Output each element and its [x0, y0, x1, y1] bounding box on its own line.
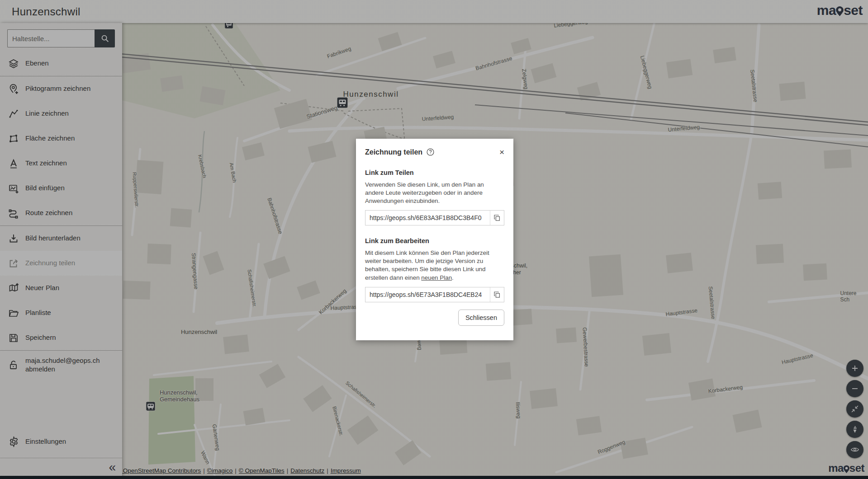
share-dialog: Zeichnung teilen × Link zum Teilen Verwe… — [356, 139, 513, 340]
close-icon[interactable]: × — [499, 148, 504, 156]
schliessen-button[interactable]: Schliessen — [458, 310, 504, 326]
share-link-row: https://geops.sh/6E83A3F1B8DC3B4F0 — [365, 210, 504, 225]
edit-link-row: https://geops.sh/6E73A3F1B8DC4EB24 — [365, 287, 504, 302]
copy-icon — [493, 214, 501, 221]
help-icon[interactable] — [426, 148, 435, 156]
edit-link-heading: Link zum Bearbeiten — [365, 237, 504, 244]
copy-icon — [493, 291, 501, 298]
neuen-plan-link[interactable]: neuen Plan — [421, 274, 452, 281]
dialog-title: Zeichnung teilen — [365, 148, 422, 156]
app-window: HunzenschwilFabrikwegBahnhofstrasseZelgw… — [0, 0, 868, 479]
edit-link-url[interactable]: https://geops.sh/6E73A3F1B8DC4EB24 — [365, 287, 490, 302]
share-link-description: Verwenden Sie diesen Link, um den Plan a… — [365, 181, 504, 205]
copy-edit-link-button[interactable] — [490, 287, 504, 302]
share-link-url[interactable]: https://geops.sh/6E83A3F1B8DC3B4F0 — [365, 211, 490, 225]
share-link-heading: Link zum Teilen — [365, 169, 504, 176]
copy-share-link-button[interactable] — [490, 211, 504, 225]
dialog-title-row: Zeichnung teilen × — [365, 148, 504, 156]
edit-link-description: Mit diesem Link können Sie den Plan jede… — [365, 249, 504, 282]
